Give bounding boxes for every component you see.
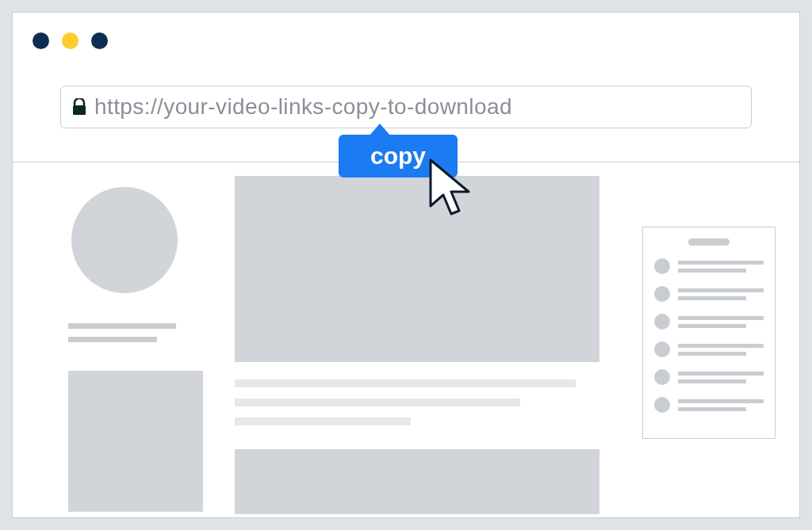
list-item [654,369,764,385]
svg-rect-0 [73,105,86,115]
video-thumbnail [235,449,599,514]
window-dot-3 [91,32,108,49]
list-item-icon [654,286,670,302]
sidebar [68,179,203,512]
list-item-icon [654,369,670,385]
text-line-placeholder [68,337,157,342]
list-item [654,397,764,413]
list-item [654,286,764,302]
lock-icon [72,98,86,116]
list-item-icon [654,341,670,357]
window-controls [33,32,108,49]
list-item [654,314,764,330]
card-header-placeholder [688,238,730,246]
cursor-icon [427,158,477,219]
list-item [654,258,764,274]
address-bar-url: https://your-video-links-copy-to-downloa… [94,94,512,120]
thumbnail-placeholder [68,371,203,512]
address-bar[interactable]: https://your-video-links-copy-to-downloa… [60,86,752,128]
video-thumbnail [235,176,599,362]
text-line-placeholder [68,323,176,329]
window-dot-1 [33,32,49,49]
browser-window: https://your-video-links-copy-to-downloa… [12,12,800,518]
copy-tooltip-label: copy [370,143,426,170]
main-content [235,176,599,514]
list-item-icon [654,397,670,413]
text-bar-placeholder [235,418,411,425]
avatar [71,187,178,293]
list-item [654,341,764,357]
sidebar-card [642,227,776,439]
list-item-icon [654,314,670,330]
text-bar-placeholder [235,398,520,406]
window-dot-2 [62,32,79,49]
list-item-icon [654,258,670,274]
text-bar-placeholder [235,379,576,387]
